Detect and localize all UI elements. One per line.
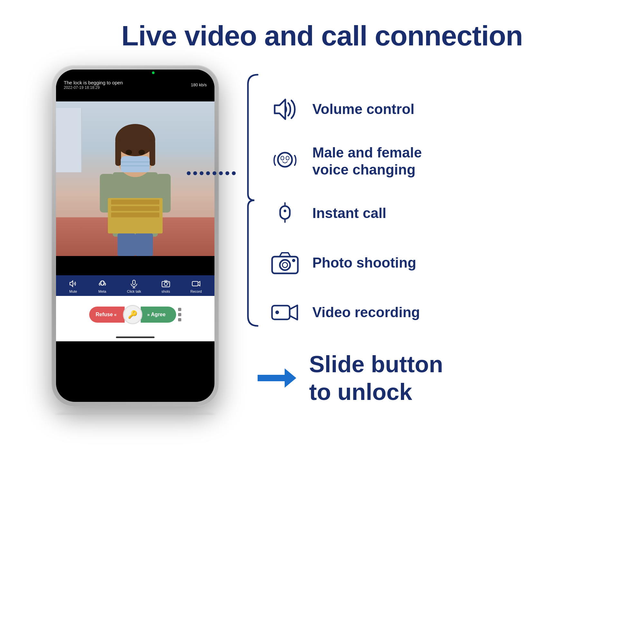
- meta-icon: [98, 279, 107, 288]
- slide-button-text-line2: to unlock: [309, 378, 443, 406]
- svg-rect-28: [192, 281, 198, 286]
- svg-point-30: [281, 156, 284, 160]
- phone-reflection: [56, 411, 214, 415]
- slide-indicator: [178, 308, 181, 321]
- video-recording-icon: [270, 300, 299, 325]
- slide-button-section: Slide button to unlock: [258, 350, 618, 406]
- refuse-button[interactable]: Refuse «: [89, 307, 125, 323]
- meta-label: Meta: [99, 289, 106, 293]
- toolbar-click-talk[interactable]: Click talk: [127, 279, 141, 293]
- feature-photo-shooting: Photo shooting: [270, 238, 618, 288]
- voice-changing-text: Male and femalevoice changing: [312, 144, 422, 178]
- lock-info: The lock is begging to open 2022-07-19 1…: [64, 80, 123, 90]
- mute-label: Mute: [69, 289, 77, 293]
- photo-shooting-text: Photo shooting: [312, 254, 416, 271]
- feature-video-recording: Video recording: [270, 288, 618, 337]
- key-button[interactable]: 🔑: [123, 305, 142, 324]
- phone-toolbar: Mute Meta: [56, 275, 214, 296]
- toolbar-mute[interactable]: Mute: [69, 279, 78, 293]
- mute-icon: [69, 279, 78, 288]
- svg-point-38: [282, 262, 288, 268]
- features-panel: Volume control Male and fe: [238, 65, 618, 406]
- agree-button[interactable]: » Agree: [141, 307, 176, 323]
- home-bar: [116, 336, 155, 338]
- video-icon-container: [270, 298, 299, 327]
- svg-point-19: [100, 281, 105, 285]
- video-feed: [56, 101, 214, 256]
- feature-voice-changing: Male and femalevoice changing: [270, 134, 618, 189]
- building-left: [56, 108, 82, 172]
- svg-point-20: [101, 281, 104, 285]
- video-recording-text: Video recording: [312, 304, 420, 321]
- volume-icon-container: [270, 95, 299, 124]
- toolbar-meta[interactable]: Meta: [98, 279, 107, 293]
- voice-icon-container: [270, 147, 299, 176]
- photo-shooting-icon: [270, 250, 299, 276]
- svg-rect-32: [280, 206, 290, 219]
- page-title: Live video and call connection: [0, 0, 644, 65]
- slide-area: Refuse « 🔑 » Agree: [56, 296, 214, 333]
- toolbar-record[interactable]: Record: [190, 279, 202, 293]
- lock-title: The lock is begging to open: [64, 80, 123, 85]
- video-black-top: [56, 92, 214, 101]
- shots-icon: [161, 279, 170, 288]
- svg-rect-4: [111, 200, 159, 204]
- svg-rect-18: [135, 233, 153, 256]
- svg-point-27: [168, 282, 169, 283]
- connection-speed: 180 kb/s: [191, 82, 207, 87]
- record-icon: [192, 279, 201, 288]
- phone-outer: The lock is begging to open 2022-07-19 1…: [52, 65, 219, 406]
- voice-changing-icon: [271, 147, 299, 175]
- video-black-middle: [56, 256, 214, 275]
- person-figure: [93, 101, 177, 256]
- svg-rect-5: [111, 206, 159, 211]
- lock-date: 2022-07-19 18:18:29: [64, 85, 123, 90]
- svg-point-15: [126, 150, 132, 155]
- slide-arrow: [258, 368, 296, 388]
- feature-instant-call: Instant call: [270, 189, 618, 238]
- svg-rect-40: [272, 306, 290, 319]
- svg-point-35: [284, 210, 286, 212]
- photo-icon-container: [270, 249, 299, 278]
- bracket-icon: [245, 71, 261, 329]
- svg-point-37: [280, 260, 290, 270]
- svg-point-29: [278, 153, 292, 167]
- record-label: Record: [190, 289, 202, 293]
- toolbar-shots[interactable]: shots: [161, 279, 170, 293]
- feature-volume-control: Volume control: [270, 84, 618, 134]
- status-indicator: [152, 71, 155, 74]
- key-icon: 🔑: [128, 310, 137, 319]
- phone-inner: The lock is begging to open 2022-07-19 1…: [56, 70, 214, 402]
- svg-point-39: [292, 259, 295, 262]
- click-talk-icon: [129, 279, 138, 288]
- features-list: Volume control Male and fe: [270, 84, 618, 337]
- svg-rect-12: [121, 156, 150, 172]
- svg-rect-10: [115, 140, 121, 166]
- svg-point-9: [115, 124, 155, 156]
- svg-point-41: [275, 310, 279, 314]
- instant-call-text: Instant call: [312, 205, 386, 222]
- click-talk-label: Click talk: [127, 289, 141, 293]
- svg-rect-6: [111, 213, 159, 217]
- shots-label: shots: [162, 289, 170, 293]
- phone-notch: [109, 70, 161, 79]
- svg-rect-17: [118, 233, 135, 256]
- volume-control-text: Volume control: [312, 101, 414, 118]
- dotted-connector: [187, 171, 236, 175]
- slide-text-container: Slide button to unlock: [309, 350, 443, 406]
- instant-call-icon-container: [270, 199, 299, 228]
- svg-point-25: [164, 282, 167, 286]
- content-area: The lock is begging to open 2022-07-19 1…: [0, 65, 644, 406]
- svg-point-16: [138, 150, 145, 155]
- home-indicator: [56, 333, 214, 341]
- instant-call-icon: [274, 200, 296, 227]
- svg-point-31: [286, 156, 289, 160]
- svg-rect-11: [149, 140, 155, 166]
- slide-button-text-line1: Slide button: [309, 350, 443, 378]
- phone-mockup: The lock is begging to open 2022-07-19 1…: [52, 65, 219, 406]
- svg-rect-21: [133, 280, 135, 285]
- volume-control-icon: [271, 97, 299, 121]
